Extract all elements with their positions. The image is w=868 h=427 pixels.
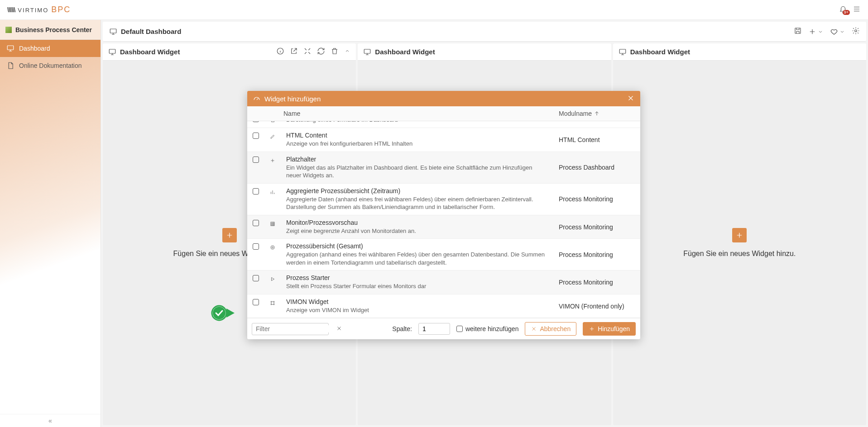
sidebar-item-docs[interactable]: Online Dokumentation [0,57,101,74]
table-row[interactable]: Monitor/Prozessvorschau Zeigt eine begre… [247,215,640,239]
filter-input-wrap[interactable] [252,323,329,335]
placeholder-text: Fügen Sie ein neues Widget hinzu. [683,250,796,258]
filter-clear-button[interactable] [335,325,343,333]
info-button[interactable] [276,47,284,57]
play-icon [270,275,275,283]
dashboard-title: Default Dashboard [121,28,181,35]
add-dropdown[interactable] [808,28,824,36]
chevron-down-icon [839,28,845,35]
heart-icon [830,28,838,36]
modal-footer: Spalte: weitere hinzufügen Abbrechen Hin… [247,318,640,339]
bar-chart-icon [270,188,275,196]
add-widget-button[interactable] [732,228,747,242]
sidebar: Business Process Center Dashboard Online… [0,20,101,427]
row-module: Process Monitoring [553,274,640,290]
table-row[interactable]: Prozess Starter Stellt ein Prozess Start… [247,270,640,294]
topbar: \\\\\\ VIRTIMO BPC 9+ [0,0,868,20]
favorite-dropdown[interactable] [830,28,845,36]
monitor-icon [108,48,116,56]
save-icon [794,27,802,35]
notifications-button[interactable]: 9+ [839,6,847,14]
network-icon [270,299,275,307]
sidebar-item-dashboard[interactable]: Dashboard [0,40,101,57]
row-checkbox[interactable] [253,133,259,139]
table-row[interactable]: Aggregierte Prozessübersicht (Zeitraum) … [247,184,640,215]
plus-icon [808,28,816,36]
document-icon [6,62,14,70]
modal-close-button[interactable] [627,94,635,104]
table-row[interactable]: Platzhalter Ein Widget das als Platzhalt… [247,152,640,184]
sidebar-collapse-button[interactable]: « [0,414,101,427]
row-checkbox[interactable] [253,299,259,305]
monitor-icon [363,48,371,56]
submit-button[interactable]: Hinzufügen [583,322,636,336]
menu-button[interactable] [853,5,861,14]
close-icon [531,326,537,332]
collapse-button[interactable] [344,48,350,56]
table-row[interactable]: HTML Content Anzeige von frei konfigurie… [247,128,640,152]
chevron-up-icon [344,48,350,54]
row-description: Zeigt eine begrenzte Anzahl von Monitord… [286,227,548,235]
refresh-button[interactable] [317,47,325,57]
add-more-checkbox-wrap[interactable]: weitere hinzufügen [456,325,519,332]
open-external-button[interactable] [290,47,298,57]
cancel-button[interactable]: Abbrechen [525,322,576,336]
plus-icon [270,157,275,165]
chevron-down-icon [817,28,824,35]
monitor-icon [6,44,14,52]
info-icon [276,47,284,55]
row-checkbox[interactable] [253,220,259,226]
row-description: Anzeige vom VIMON im Widget [286,306,548,314]
logo-text: VIRTIMO [18,7,48,14]
row-checkbox[interactable] [253,188,259,195]
close-icon [627,94,635,102]
filter-input[interactable] [256,325,335,332]
gauge-icon [253,95,261,103]
sidebar-item-label: Dashboard [19,45,50,52]
add-more-checkbox[interactable] [456,326,463,332]
pencil-icon [270,133,275,141]
add-widget-button[interactable] [222,228,237,242]
monitor-icon [619,48,627,56]
dashboard-header: Default Dashboard [103,22,866,42]
row-module: Process Monitoring [553,219,640,235]
modal-title: Widget hinzufügen [264,95,321,103]
modal-body[interactable]: Darstellung eines Formulars im Dashboard… [247,121,640,318]
notification-badge: 9+ [843,10,850,15]
row-module: Process Monitoring [553,187,640,211]
row-description: Aggregierte Daten (anhand eines frei wäh… [286,195,548,211]
column-number-input[interactable] [418,323,450,335]
gear-icon [852,27,860,35]
view-icon [270,243,275,251]
table-row[interactable]: VIMON Widget Anzeige vom VIMON im Widget… [247,294,640,318]
row-module: Process Monitoring [553,242,640,266]
menu-icon [853,5,861,13]
delete-button[interactable] [331,47,339,57]
success-badge [208,302,239,324]
row-checkbox[interactable] [253,275,259,281]
row-name: Monitor/Prozessvorschau [286,219,548,226]
column-header-name[interactable]: Name [281,106,553,121]
row-description: Darstellung eines Formulars im Dashboard [286,121,548,124]
settings-button[interactable] [852,27,860,36]
sort-asc-icon [594,110,600,117]
row-module: HTML Content [553,132,640,148]
row-name: HTML Content [286,132,548,139]
plus-icon [589,326,595,332]
save-button[interactable] [794,27,802,36]
table-row[interactable]: Darstellung eines Formulars im Dashboard [247,121,640,128]
modal-header: Widget hinzufügen [247,91,640,106]
sidebar-header[interactable]: Business Process Center [0,20,101,40]
expand-icon [303,47,312,55]
column-header-module[interactable]: Modulname [553,106,640,121]
row-checkbox[interactable] [253,121,259,122]
row-module: VIMON (Frontend only) [553,298,640,314]
expand-button[interactable] [303,47,312,57]
add-widget-modal: Widget hinzufügen Name Modulname [247,91,640,339]
table-row[interactable]: Prozessübersicht (Gesamt) Aggregation (a… [247,239,640,270]
row-name: Prozessübersicht (Gesamt) [286,242,548,250]
column-label: Spalte: [392,325,412,332]
row-checkbox[interactable] [253,243,259,250]
row-checkbox[interactable] [253,157,259,163]
row-name: Prozess Starter [286,274,548,281]
